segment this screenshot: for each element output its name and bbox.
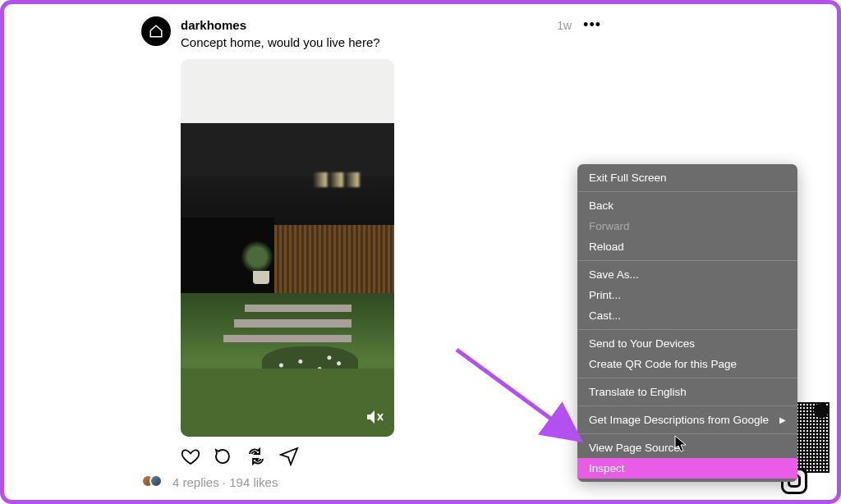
menu-separator [577,378,797,378]
post-media[interactable] [181,59,394,437]
post-header: darkhomes 1w ••• Concept home, would you… [141,16,601,489]
menu-item-translate-to-english[interactable]: Translate to English [577,382,797,402]
menu-item-label: Inspect [589,462,625,474]
username[interactable]: darkhomes [181,18,246,32]
likes-count[interactable]: 194 likes [229,475,278,489]
timestamp: 1w [557,19,572,32]
menu-item-label: Save As... [589,268,639,281]
menu-item-view-page-source[interactable]: View Page Source [577,438,797,458]
menu-item-label: Cast... [589,309,621,322]
post-title-row: darkhomes 1w ••• [181,16,601,34]
like-icon[interactable] [181,447,200,466]
post-caption: Concept home, would you live here? [181,35,601,49]
more-options-icon[interactable]: ••• [583,16,601,34]
menu-item-reload[interactable]: Reload [577,236,797,257]
menu-item-label: Forward [589,220,630,232]
menu-item-exit-full-screen[interactable]: Exit Full Screen [577,167,797,188]
replies-count[interactable]: 4 replies [172,475,219,489]
post-body: darkhomes 1w ••• Concept home, would you… [181,16,601,489]
menu-item-label: Back [589,199,614,212]
avatar[interactable] [141,16,171,46]
reply-avatars[interactable] [141,474,164,489]
menu-item-forward: Forward [577,216,797,236]
menu-separator [577,260,797,261]
menu-item-inspect[interactable]: Inspect [577,458,797,479]
menu-item-label: View Page Source [589,442,680,454]
menu-separator [577,405,797,406]
menu-separator [577,329,797,330]
menu-item-create-qr-code-for-this-page[interactable]: Create QR Code for this Page [577,354,797,374]
menu-item-send-to-your-devices[interactable]: Send to Your Devices [577,333,797,354]
menu-item-back[interactable]: Back [577,195,797,216]
post-footer: 4 replies · 194 likes [141,474,601,489]
comment-icon[interactable] [214,447,233,466]
repost-icon[interactable] [246,447,266,466]
menu-item-label: Get Image Descriptions from Google [589,414,769,426]
mute-icon[interactable] [365,407,384,427]
home-outline-icon [149,24,163,39]
menu-item-get-image-descriptions-from-google[interactable]: Get Image Descriptions from Google▶ [577,410,797,430]
menu-item-label: Translate to English [589,386,687,398]
menu-item-cast[interactable]: Cast... [577,305,797,326]
menu-item-save-as[interactable]: Save As... [577,264,797,285]
post-stats[interactable]: 4 replies · 194 likes [172,475,278,489]
browser-context-menu[interactable]: Exit Full ScreenBackForwardReloadSave As… [577,164,797,482]
menu-item-label: Send to Your Devices [589,337,695,350]
menu-item-label: Print... [589,289,621,301]
chevron-right-icon: ▶ [779,415,786,424]
menu-item-label: Exit Full Screen [589,172,667,184]
social-post: darkhomes 1w ••• Concept home, would you… [141,16,601,489]
menu-separator [577,433,797,434]
post-actions [181,447,601,466]
menu-item-label: Reload [589,241,624,253]
menu-separator [577,191,797,192]
share-icon[interactable] [279,447,299,466]
menu-item-label: Create QR Code for this Page [589,358,737,370]
menu-item-print[interactable]: Print... [577,285,797,305]
